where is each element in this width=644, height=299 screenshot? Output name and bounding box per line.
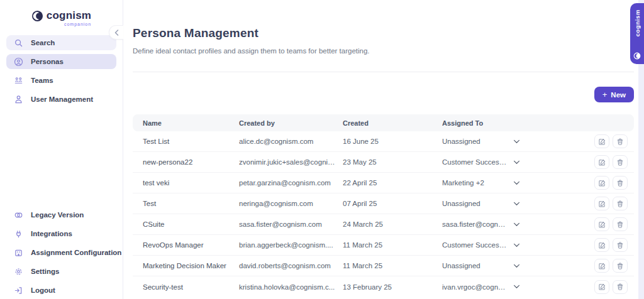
row-actions [587, 155, 628, 169]
edit-button[interactable] [594, 155, 609, 169]
table-row: Test neringa@cognism.com 07 April 25 Una… [133, 193, 634, 214]
sidebar-item-user-management[interactable]: User Management [6, 92, 116, 107]
chevron-down-icon [513, 264, 520, 268]
created-date: 13 February 25 [343, 283, 442, 291]
teams-icon [14, 76, 23, 85]
delete-button[interactable] [613, 176, 628, 190]
column-header-assigned-to: Assigned To [442, 119, 513, 127]
edit-button[interactable] [594, 217, 609, 231]
edit-button[interactable] [594, 134, 609, 148]
table-row: RevoOps Manager brian.aggerbeck@cognism.… [133, 235, 634, 256]
persona-name: CSuite [143, 220, 239, 228]
chevron-down-icon [513, 181, 520, 185]
persona-name: RevoOps Manager [143, 241, 239, 249]
sidebar-item-search[interactable]: Search [6, 35, 116, 50]
delete-button[interactable] [613, 197, 628, 210]
delete-button[interactable] [613, 155, 628, 169]
sidebar-nav-top: Search Personas Teams User Ma [6, 35, 116, 107]
page-title: Persona Management [133, 26, 634, 40]
edit-icon [599, 221, 606, 228]
created-by: david.roberts@cognism.com [239, 262, 343, 269]
assigned-dropdown-toggle[interactable] [513, 160, 536, 165]
sidebar-collapse-button[interactable] [109, 25, 123, 40]
created-date: 07 April 25 [343, 200, 442, 207]
delete-button[interactable] [613, 238, 628, 252]
assigned-dropdown-toggle[interactable] [513, 181, 536, 185]
sidebar-item-label: Logout [31, 286, 55, 294]
created-by: petar.garzina@cognism.com [239, 179, 343, 187]
sidebar-item-label: Settings [31, 268, 59, 275]
created-by: alice.dc@cognism.com [239, 138, 343, 145]
column-header-name: Name [143, 119, 239, 127]
sidebar-item-assignment-configuration[interactable]: Assignment Configuration [6, 245, 116, 260]
trash-icon [617, 221, 623, 228]
building-icon [14, 248, 23, 258]
row-actions [587, 176, 628, 190]
plus-icon: + [602, 90, 608, 99]
created-by: sasa.fister@cognism.com [239, 220, 343, 228]
table-row: new-persona22 zvonimir.jukic+sales@cogni… [133, 152, 634, 173]
table-header: Name Created by Created Assigned To [133, 114, 634, 131]
edit-button[interactable] [594, 259, 609, 273]
created-date: 16 June 25 [343, 138, 442, 145]
assigned-dropdown-toggle[interactable] [513, 139, 536, 144]
delete-button[interactable] [613, 217, 628, 231]
user-icon [14, 95, 23, 104]
edit-icon [599, 159, 606, 166]
chevron-left-icon [114, 30, 119, 36]
sidebar-item-label: Integrations [31, 230, 72, 237]
assigned-dropdown-toggle[interactable] [513, 264, 536, 268]
assigned-to: Customer Success +1 [442, 241, 513, 249]
edit-button[interactable] [594, 197, 609, 210]
page-subtitle: Define ideal contact profiles and assign… [133, 47, 634, 55]
delete-button[interactable] [613, 280, 628, 294]
sidebar-item-settings[interactable]: Settings [6, 264, 116, 279]
edit-button[interactable] [594, 176, 609, 190]
edit-button[interactable] [594, 238, 609, 252]
sidebar-item-integrations[interactable]: Integrations [6, 226, 116, 241]
sidebar-item-legacy-version[interactable]: Legacy Version [6, 207, 116, 222]
assigned-dropdown-toggle[interactable] [513, 202, 536, 206]
persona-name: Marketing Decision Maker [143, 262, 239, 269]
trash-icon [617, 200, 623, 207]
sidebar-item-logout[interactable]: Logout [6, 283, 116, 298]
personas-table: Name Created by Created Assigned To Test… [133, 114, 634, 297]
chevron-down-icon [513, 243, 520, 247]
trash-icon [617, 242, 623, 249]
sidebar-item-teams[interactable]: Teams [6, 73, 116, 88]
created-date: 24 March 25 [343, 220, 442, 228]
table-row: CSuite sasa.fister@cognism.com 24 March … [133, 214, 634, 235]
created-by: kristina.holovka@cognism.c... [239, 283, 343, 291]
created-date: 11 March 25 [343, 262, 442, 269]
brand-name: cognism [47, 10, 91, 21]
cognism-logo-icon [633, 52, 641, 60]
assigned-dropdown-toggle[interactable] [513, 243, 536, 247]
delete-button[interactable] [613, 259, 628, 273]
plug-icon [14, 229, 23, 239]
sidebar-item-label: User Management [31, 95, 93, 103]
sidebar-item-personas[interactable]: Personas [6, 54, 116, 69]
delete-button[interactable] [613, 134, 628, 148]
edit-button[interactable] [594, 280, 609, 294]
table-row: Security-test kristina.holovka@cognism.c… [133, 276, 634, 297]
sidebar-item-label: Personas [31, 58, 64, 65]
new-button-label: New [611, 91, 626, 99]
cognism-side-tab[interactable]: cognism [630, 3, 644, 64]
trash-icon [617, 283, 623, 290]
assigned-dropdown-toggle[interactable] [513, 222, 536, 227]
assigned-to: Unassigned [442, 200, 513, 207]
table-body: Test List alice.dc@cognism.com 16 June 2… [133, 131, 634, 297]
assigned-to: Marketing +2 [442, 179, 513, 187]
persona-name: Test [143, 200, 239, 207]
logout-icon [14, 286, 23, 295]
trash-icon [617, 263, 623, 269]
created-by: zvonimir.jukic+sales@cognis... [239, 158, 343, 166]
assigned-dropdown-toggle[interactable] [513, 285, 536, 289]
new-persona-button[interactable]: + New [594, 87, 634, 102]
section-divider [133, 72, 634, 72]
sidebar-item-label: Search [31, 39, 55, 46]
toolbar: + New [133, 87, 634, 102]
table-row: Marketing Decision Maker david.roberts@c… [133, 256, 634, 276]
assigned-to: Unassigned [442, 262, 513, 269]
persona-icon [14, 57, 23, 67]
